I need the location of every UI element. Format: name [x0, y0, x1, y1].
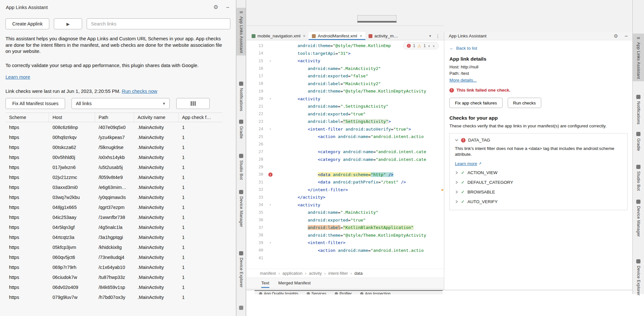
table-row[interactable]: https06ciudok7w/tu87hwp33z.MainActivity1	[5, 272, 222, 282]
breadcrumb-item-intent-filter[interactable]: intent-filter	[328, 271, 348, 276]
table-row[interactable]: https04ic253aay/1wwnfbr738.MainActivity1	[5, 212, 222, 222]
stripe-tab-gradle[interactable]: Gradle	[236, 117, 246, 141]
bottom-tool-app-quality-insights[interactable]: App Quality Insights	[259, 291, 298, 294]
error-stripe[interactable]	[441, 40, 444, 269]
close-icon[interactable]: ×	[303, 34, 306, 38]
stripe-tab-device-explorer[interactable]: Device Explorer	[236, 249, 246, 290]
check-row-browsable[interactable]: ✓BROWSABLE	[455, 189, 622, 195]
column-header-activity-name[interactable]: Activity name	[134, 113, 178, 122]
table-row[interactable]: https05kfcp3jvm/khidckix8g.MainActivity1	[5, 242, 222, 252]
search-links-input[interactable]	[87, 18, 230, 29]
table-row[interactable]: https02jv21zzmc/l059v8t4e9.MainActivity1	[5, 172, 222, 182]
table-row[interactable]: https04r5lqn3gf/4g5nalc1la.MainActivity1	[5, 222, 222, 232]
inspections-widget[interactable]: ! 1 ⚠ 1 ∧ ∨	[403, 42, 439, 49]
table-row[interactable]: https017jwlxzn6/u5t2usab5j.MainActivity1	[5, 162, 222, 172]
table-row[interactable]: https00tskcza62/5lknugk9se.MainActivity1	[5, 142, 222, 152]
breadcrumb-item-activity[interactable]: activity	[309, 271, 322, 276]
stripe-tab-device-manager[interactable]: Device Manager	[633, 197, 644, 239]
table-row[interactable]: https079g9luv7w/h7bd07ox3y.MainActivity1	[5, 292, 222, 302]
table-row[interactable]: https03axxd3mi0/e6g63mim….MainActivity1	[5, 182, 222, 192]
stripe-tab-app-links-assistant[interactable]: ∞App Links Assistant	[633, 34, 644, 81]
check-row-data-tag[interactable]: ! DATA_TAG	[455, 138, 622, 143]
error-count: 1	[413, 44, 415, 48]
bottom-tool-profiler[interactable]: Profiler	[335, 291, 352, 294]
stripe-tab-device-manager[interactable]: Device Manager	[236, 188, 246, 229]
minimize-icon[interactable]: −	[624, 35, 628, 38]
code-text: <intent-filter android:autoVerify="true"…	[277, 127, 444, 132]
stripe-tab-app-links-assistant[interactable]: ∞App Links Assistant	[236, 8, 246, 55]
editor-tab-androidmanifest-xml[interactable]: AndroidManifest.xml×	[309, 32, 365, 40]
table-row[interactable]: https00v5hhld0j/o0xhs14ykb.MainActivity1	[5, 152, 222, 162]
chevron-right-icon	[455, 171, 458, 174]
back-to-list-link[interactable]: ← Back to list	[449, 45, 477, 51]
gear-icon[interactable]: ⚙	[213, 4, 218, 11]
code-segments: <data android:scheme="http" />	[318, 172, 393, 177]
learn-more-link[interactable]: Learn more	[5, 74, 30, 80]
column-header-scheme[interactable]: Scheme	[5, 113, 49, 122]
fold-icon[interactable]: ▾	[269, 59, 271, 63]
fold-icon[interactable]: ▾	[269, 97, 271, 100]
configure-columns-button[interactable]	[176, 98, 210, 109]
stripe-tab-studio-bot[interactable]: Studio Bot	[633, 163, 644, 193]
editor-tab-mobile-navigation-xml[interactable]: mobile_navigation.xml×	[248, 32, 309, 40]
code-segments: android:label="SettingsActivity">	[308, 119, 391, 124]
fold-icon[interactable]: ▾	[269, 203, 271, 206]
check-row-auto-verify[interactable]: ✓AUTO_VERIFY	[455, 198, 622, 205]
partial-tool-icon[interactable]	[239, 306, 243, 310]
close-icon[interactable]: ×	[360, 34, 362, 38]
table-row[interactable]: https04rtcqtz3a/3a1hgptqgi.MainActivity1	[5, 232, 222, 242]
stripe-tab-gradle[interactable]: Gradle	[633, 130, 644, 153]
links-filter-dropdown[interactable]: All links ▼	[72, 98, 170, 109]
run-checks-button[interactable]: Run checks	[508, 98, 542, 108]
run-checks-now-link[interactable]: Run checks now	[122, 88, 157, 94]
code-segments: <category android:name="android.intent.c…	[318, 149, 426, 154]
stripe-tab-device-explorer[interactable]: Device Explorer	[633, 257, 644, 298]
table-row[interactable]: https069p7r79rh/c1x64yab10.MainActivity1	[5, 262, 222, 272]
breadcrumb-item-manifest[interactable]: manifest	[260, 271, 276, 276]
column-header-path[interactable]: Path	[95, 113, 134, 122]
breadcrumb-separator: ›	[351, 271, 352, 276]
table-row[interactable]: https00hq9zrkqv/yzu4kpeas7.MainActivity1	[5, 132, 222, 142]
table-row[interactable]: https06dv02o409/84k659v1sp.MainActivity1	[5, 282, 222, 292]
breadcrumb-item-application[interactable]: application	[282, 271, 302, 276]
tab-text[interactable]: Text	[261, 278, 269, 288]
warning-stripe-mark[interactable]	[441, 189, 443, 191]
column-header-host[interactable]: Host	[49, 113, 95, 122]
next-issue-chevron-icon[interactable]: ∨	[433, 44, 435, 48]
fix-app-check-failures-button[interactable]: Fix app check failures	[449, 98, 503, 108]
check-row-default-category[interactable]: ✓DEFAULT_CATEGORY	[455, 179, 622, 185]
column-header-app-check[interactable]: App check f…	[178, 113, 222, 122]
table-row[interactable]: https03wq7w2kbu/y0qqimaw3s.MainActivity1	[5, 192, 222, 202]
fold-icon[interactable]: ▾	[269, 241, 271, 244]
links-table-body: https008c6z68np/407e09q5x0.MainActivity1…	[5, 122, 222, 302]
line-number: 30	[246, 172, 263, 177]
code-editor[interactable]: 13android:theme="@style/Theme.KotlinEmp1…	[246, 40, 444, 269]
code-line: 28<category android:name="android.intent…	[246, 156, 444, 163]
bottom-tool-app-inspection[interactable]: App Inspection	[360, 291, 390, 294]
stripe-tab-notifications[interactable]: Notifications	[236, 79, 246, 114]
prev-issue-chevron-icon[interactable]: ∧	[428, 44, 430, 48]
run-button[interactable]: ▶	[54, 18, 82, 29]
create-applink-button[interactable]: Create Applink	[5, 18, 49, 29]
more-details-link[interactable]: More details...	[449, 78, 477, 83]
breadcrumb-item-data[interactable]: data	[354, 271, 362, 276]
stripe-tab-label: Device Explorer	[239, 258, 244, 288]
bottom-tool-services[interactable]: Services	[307, 291, 326, 294]
minimize-icon[interactable]: −	[226, 6, 229, 9]
tab-merged-manifest[interactable]: Merged Manifest	[278, 278, 311, 288]
learn-more-link[interactable]: Learn more ↗	[455, 161, 481, 166]
stripe-tab-studio-bot[interactable]: Studio Bot	[236, 152, 246, 182]
stripe-tab-notifications[interactable]: Notifications	[633, 93, 644, 127]
line-number: 24	[246, 127, 263, 131]
fold-icon[interactable]: ▾	[269, 127, 271, 131]
table-row[interactable]: https008c6z68np/407e09q5x0.MainActivity1	[5, 122, 222, 132]
check-row-action-view[interactable]: ✓ACTION_VIEW	[455, 169, 622, 176]
editor-tab-activity-m-[interactable]: activity_m…	[365, 32, 401, 40]
hidden-tabs-chevron-icon[interactable]: ▾	[429, 34, 431, 38]
gear-icon[interactable]: ⚙	[614, 33, 618, 39]
fix-all-manifest-issues-button[interactable]: Fix All Manifest Issues	[5, 98, 65, 109]
table-cell: 1	[178, 265, 222, 270]
table-row[interactable]: https048jg1x665/qgrt37ezpm.MainActivity1	[5, 202, 222, 212]
table-row[interactable]: https060qv5jct6/73ne8udqj4.MainActivity1	[5, 252, 222, 262]
more-options-kebab-icon[interactable]: ⋮	[436, 34, 440, 39]
